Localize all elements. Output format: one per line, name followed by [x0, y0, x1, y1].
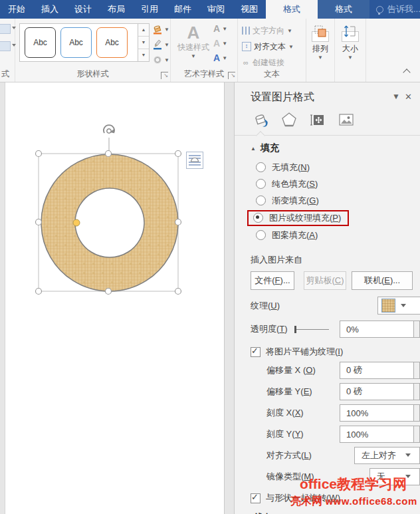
align-text-button[interactable]: ↕ 对齐文本▼ [238, 39, 306, 55]
radio-picture-texture-fill[interactable]: 图片或纹理填充P [251, 209, 420, 227]
text-box-button-partial[interactable] [0, 41, 11, 51]
wordart-dialog-launcher[interactable]: ↘ [228, 72, 235, 79]
pane-close-icon[interactable]: ✕ [405, 92, 412, 102]
texture-label: 纹理U [251, 300, 280, 312]
tell-me-label: 告诉我... [387, 3, 420, 15]
alignment-dropdown[interactable]: 左上对齐 [354, 447, 420, 464]
radio-pattern-fill[interactable]: 图案填充A [251, 227, 420, 243]
tab-view[interactable]: 视图 [233, 0, 266, 19]
picture-tab[interactable] [336, 110, 356, 130]
shape-style-gallery: Abc Abc Abc ▲ ▼ ▼ [19, 23, 150, 62]
ribbon-tab-bar: 开始 插入 设计 布局 引用 邮件 审阅 视图 格式 格式 告诉我... 登录 … [0, 0, 420, 19]
offset-x-spinner[interactable] [414, 362, 420, 379]
handle-top-center[interactable] [106, 151, 112, 157]
offset-y-label: 偏移量 YE [266, 386, 312, 398]
handle-bottom-center[interactable] [106, 289, 112, 295]
group-insert-shapes-partial: 式 [0, 19, 15, 82]
text-fill-button[interactable]: A▼ [213, 21, 233, 36]
effects-tab[interactable] [279, 110, 299, 130]
shape-outline-button[interactable]: ▼ [152, 38, 169, 51]
offset-y-input[interactable]: 0 磅 [340, 383, 414, 400]
radio-circle [253, 213, 263, 223]
size-properties-tab[interactable] [308, 110, 328, 130]
gallery-more-button[interactable]: ▼ [138, 49, 149, 61]
tab-references[interactable]: 引用 [133, 0, 166, 19]
ribbon: 式 Abc Abc Abc ▲ ▼ ▼ ▼ [0, 19, 420, 82]
tab-review[interactable]: 审阅 [199, 0, 233, 19]
text-outline-button[interactable]: A▼ [213, 36, 233, 51]
handle-bottom-left[interactable] [36, 289, 42, 295]
group-text: 文字方向▼ ↕ 对齐文本▼ ∞ 创建链接 文本 [238, 19, 306, 82]
rotation-handle[interactable] [104, 125, 114, 133]
tile-picture-checkbox[interactable]: 将图片平铺为纹理I [251, 346, 420, 358]
handle-middle-right[interactable] [175, 219, 181, 225]
scale-y-input[interactable]: 100% [340, 426, 414, 443]
texture-dropdown[interactable] [377, 297, 420, 315]
fill-line-tab[interactable] [251, 110, 270, 130]
shape-style-3[interactable]: Abc [96, 27, 128, 58]
document-canvas[interactable] [0, 82, 234, 514]
scale-x-label: 刻度 XX [266, 407, 304, 419]
size-button[interactable]: 大小 ▼ [340, 23, 360, 61]
donut-shape[interactable] [41, 154, 178, 291]
pane-options-arrow[interactable]: ▼ [392, 92, 400, 101]
shape-effects-button[interactable]: ▼ [152, 53, 169, 66]
slider-thumb[interactable] [294, 326, 296, 333]
radio-gradient-fill[interactable]: 渐变填充G [251, 192, 420, 209]
group-label-partial: 式 [0, 68, 15, 80]
pentagon-icon [280, 111, 298, 128]
wordart-a-icon: A [176, 23, 211, 43]
group-arrange: 排列 ▼ [306, 19, 335, 82]
ribbon-filler [366, 19, 420, 82]
scale-x-spinner[interactable] [414, 404, 420, 422]
scale-y-label: 刻度 YY [266, 428, 304, 440]
watermark-site-url: 亮术网 www.office68.com [290, 495, 417, 509]
collapse-triangle-icon: ▲ [251, 146, 256, 152]
scale-y-spinner[interactable] [414, 426, 420, 443]
text-effects-button[interactable]: A▼ [213, 51, 233, 65]
document-page[interactable] [5, 82, 225, 514]
offset-x-input[interactable]: 0 磅 [340, 362, 414, 379]
tab-design[interactable]: 设计 [66, 0, 100, 19]
fill-section-header[interactable]: ▲ 填充 [251, 142, 420, 154]
tab-mailings[interactable]: 邮件 [166, 0, 199, 19]
tab-format-drawing-active[interactable]: 格式 [266, 0, 318, 19]
transparency-input[interactable]: 0% [340, 321, 414, 338]
shape-fill-button[interactable]: ▼ [152, 23, 169, 36]
layout-options-button[interactable] [186, 152, 203, 169]
adjust-handle[interactable] [73, 219, 80, 226]
handle-bottom-right[interactable] [175, 289, 181, 295]
tab-format-picture[interactable]: 格式 [318, 0, 369, 19]
file-button[interactable]: 文件F... [251, 271, 294, 290]
selected-tab-caret [256, 131, 265, 140]
radio-solid-fill[interactable]: 纯色填充S [251, 176, 420, 192]
scale-x-input[interactable]: 100% [340, 404, 414, 422]
size-icon [342, 31, 359, 42]
tab-insert[interactable]: 插入 [33, 0, 66, 19]
handle-middle-left[interactable] [36, 219, 42, 225]
collapse-ribbon-icon[interactable] [403, 68, 410, 76]
text-direction-button[interactable]: 文字方向▼ [238, 23, 306, 39]
offset-y-spinner[interactable] [414, 383, 420, 400]
arrange-icon [312, 31, 329, 42]
handle-top-left[interactable] [36, 151, 42, 157]
radio-no-fill[interactable]: 无填充N [251, 159, 420, 176]
arrange-button[interactable]: 排列 ▼ [310, 23, 330, 61]
online-button[interactable]: 联机E... [352, 271, 413, 290]
shape-styles-dialog-launcher[interactable]: ↘ [161, 72, 168, 79]
edit-shape-button-partial[interactable] [0, 24, 11, 34]
transparency-spinner[interactable] [414, 321, 420, 338]
gallery-down-button[interactable]: ▼ [138, 37, 149, 49]
handle-top-right[interactable] [175, 151, 181, 157]
radio-circle [256, 179, 266, 189]
tell-me-box[interactable]: 告诉我... [369, 0, 420, 19]
shape-style-2[interactable]: Abc [60, 27, 92, 58]
tab-home[interactable]: 开始 [0, 0, 33, 19]
tab-layout[interactable]: 布局 [100, 0, 133, 19]
insert-picture-from-label: 插入图片来自 [251, 254, 420, 266]
pencil-icon [152, 39, 163, 50]
size-properties-icon [309, 111, 326, 128]
gallery-up-button[interactable]: ▲ [138, 24, 149, 37]
transparency-slider[interactable] [294, 325, 329, 334]
shape-style-1[interactable]: Abc [25, 27, 56, 58]
